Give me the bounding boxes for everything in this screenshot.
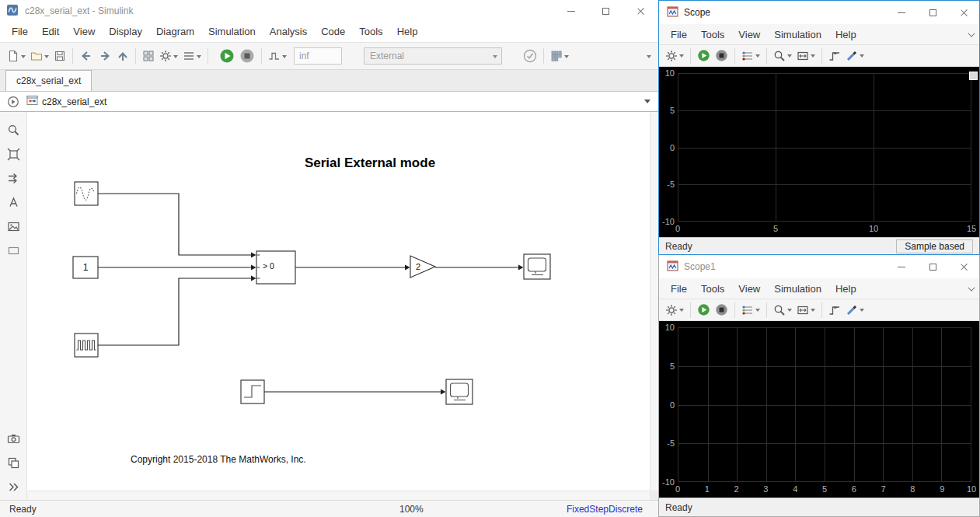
- menu-file[interactable]: File: [664, 24, 694, 45]
- menu-overflow-icon[interactable]: [968, 30, 975, 37]
- menu-file[interactable]: File: [664, 278, 694, 299]
- scope-measurements-button[interactable]: [843, 47, 867, 65]
- menu-edit[interactable]: Edit: [35, 22, 66, 42]
- menu-tools[interactable]: Tools: [694, 24, 731, 45]
- scope-stop-button[interactable]: [713, 301, 731, 320]
- chevron-down-icon: [493, 55, 497, 58]
- close-button[interactable]: [948, 255, 979, 278]
- simulation-mode-select[interactable]: External: [364, 47, 502, 65]
- model-config-button[interactable]: [180, 46, 204, 66]
- menu-simulation[interactable]: Simulation: [767, 278, 828, 299]
- signal-line[interactable]: [98, 278, 252, 345]
- y-tick-label: -5: [667, 180, 675, 189]
- screenshot-button[interactable]: [4, 430, 23, 447]
- breadcrumb-item[interactable]: c28x_serial_ext: [42, 96, 106, 107]
- close-button[interactable]: [623, 0, 658, 22]
- step-block[interactable]: [241, 380, 264, 403]
- up-to-parent-button[interactable]: [114, 46, 131, 66]
- save-button[interactable]: [51, 46, 68, 66]
- scope-run-button[interactable]: [695, 301, 713, 320]
- library-browser-button[interactable]: [140, 46, 157, 66]
- menu-tools[interactable]: Tools: [694, 278, 731, 299]
- menu-tools[interactable]: Tools: [352, 22, 389, 42]
- toolbar-overflow-button[interactable]: [643, 46, 654, 66]
- model-tab-label: c28x_serial_ext: [16, 75, 81, 86]
- scope1-statusbar: Ready: [659, 498, 979, 516]
- sample-time-display-button[interactable]: [4, 169, 23, 187]
- update-model-button[interactable]: [521, 46, 539, 66]
- forward-button[interactable]: [96, 46, 114, 66]
- sine-wave-block[interactable]: [75, 182, 98, 205]
- viewmarks-button[interactable]: [4, 454, 23, 471]
- diagram-title-annotation[interactable]: Serial External mode: [305, 155, 435, 170]
- minimize-button[interactable]: [553, 0, 588, 22]
- menu-diagram[interactable]: Diagram: [149, 22, 201, 42]
- maximize-button[interactable]: [917, 255, 948, 278]
- switch-block[interactable]: > 0: [256, 251, 295, 284]
- shape-button[interactable]: [4, 242, 23, 259]
- scope-stop-button[interactable]: [713, 47, 731, 65]
- menu-view[interactable]: View: [66, 22, 102, 42]
- constant-block[interactable]: 1: [73, 257, 98, 278]
- close-button[interactable]: [948, 1, 979, 24]
- menu-simulation[interactable]: Simulation: [767, 24, 828, 45]
- menu-display[interactable]: Display: [102, 22, 149, 42]
- scope-style-button[interactable]: [739, 47, 762, 65]
- build-button[interactable]: [548, 46, 571, 66]
- scope-zoom-button[interactable]: [771, 47, 794, 65]
- menu-help[interactable]: Help: [390, 22, 425, 42]
- menu-help[interactable]: Help: [828, 24, 863, 45]
- open-button[interactable]: [28, 46, 51, 66]
- scope-run-button[interactable]: [695, 47, 713, 65]
- image-button[interactable]: [4, 218, 23, 235]
- minimize-button[interactable]: [886, 1, 917, 24]
- fit-to-view-button[interactable]: [4, 145, 23, 162]
- scope-span-button[interactable]: [794, 301, 818, 320]
- menu-analysis[interactable]: Analysis: [263, 22, 314, 42]
- menu-simulation[interactable]: Simulation: [201, 22, 263, 42]
- model-settings-button[interactable]: [157, 46, 180, 66]
- zoom-button[interactable]: [4, 121, 23, 138]
- simulation-display-button[interactable]: [266, 46, 289, 66]
- menu-file[interactable]: File: [5, 22, 35, 42]
- scope-trigger-button[interactable]: [826, 47, 843, 65]
- maximize-button[interactable]: [917, 1, 948, 24]
- stop-time-input[interactable]: [294, 47, 342, 65]
- menu-code[interactable]: Code: [314, 22, 352, 42]
- breadcrumb-dropdown-icon[interactable]: [644, 100, 650, 103]
- menu-view[interactable]: View: [731, 278, 767, 299]
- menu-help[interactable]: Help: [828, 278, 863, 299]
- scope-style-button[interactable]: [739, 301, 762, 320]
- gain-block[interactable]: 2: [410, 256, 435, 278]
- scope-app-icon: [667, 260, 678, 274]
- pulse-generator-block[interactable]: [75, 334, 98, 357]
- new-model-button[interactable]: [5, 46, 28, 66]
- minimize-button[interactable]: [886, 255, 917, 278]
- scope-block[interactable]: [524, 254, 550, 279]
- model-tab[interactable]: c28x_serial_ext: [5, 70, 92, 91]
- menu-view[interactable]: View: [731, 24, 767, 45]
- maximize-axes-button[interactable]: [969, 72, 978, 80]
- menu-overflow-icon[interactable]: [968, 284, 975, 291]
- maximize-button[interactable]: [588, 0, 623, 22]
- status-zoom-level: 100%: [399, 504, 424, 515]
- signal-line[interactable]: [98, 194, 252, 255]
- expand-palette-button[interactable]: [4, 478, 23, 495]
- annotation-button[interactable]: [4, 194, 23, 211]
- scope-measurements-button[interactable]: [843, 301, 867, 320]
- copyright-annotation[interactable]: Copyright 2015-2018 The MathWorks, Inc.: [131, 454, 306, 465]
- breadcrumb-nav-button[interactable]: [0, 96, 26, 108]
- stop-button[interactable]: [237, 46, 257, 66]
- scope-zoom-button[interactable]: [771, 301, 794, 320]
- horizontal-scrollbar[interactable]: [27, 491, 650, 500]
- back-button[interactable]: [77, 46, 96, 66]
- scope-trigger-button[interactable]: [826, 301, 843, 320]
- scope-settings-button[interactable]: [663, 301, 686, 320]
- scope-span-button[interactable]: [794, 47, 818, 65]
- run-button[interactable]: [217, 46, 237, 66]
- status-solver[interactable]: FixedStepDiscrete: [567, 504, 643, 515]
- scope1-block[interactable]: [446, 379, 473, 404]
- vertical-scrollbar[interactable]: [650, 112, 658, 491]
- scope-settings-button[interactable]: [663, 47, 686, 65]
- model-canvas[interactable]: Serial External mode: [27, 112, 658, 500]
